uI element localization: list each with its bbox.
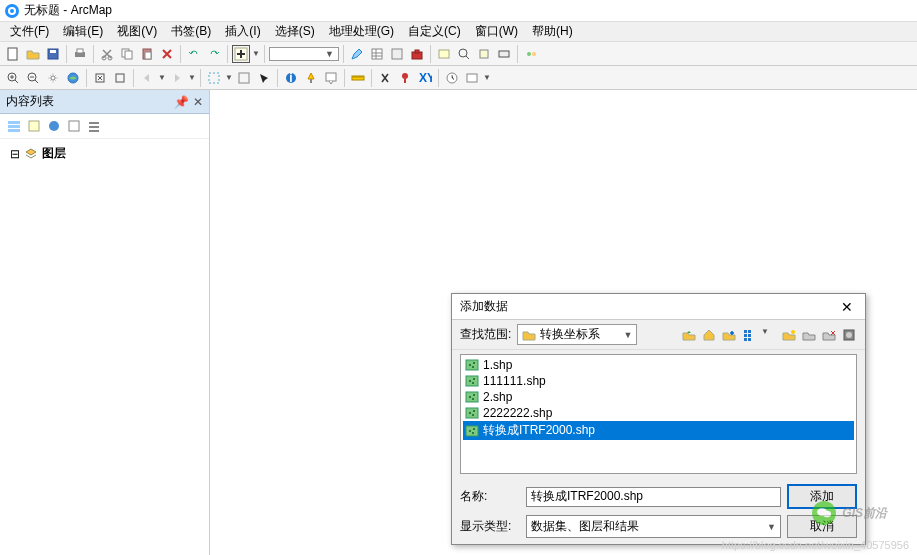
dialog-bottom: 名称: 添加 显示类型: 数据集、图层和结果 ▼ 取消 [452, 478, 865, 544]
menu-geoprocessing[interactable]: 地理处理(G) [323, 21, 400, 42]
delete-icon[interactable] [821, 327, 837, 343]
svg-rect-49 [89, 126, 99, 128]
editor-toolbar-icon[interactable] [348, 45, 366, 63]
back-icon[interactable] [138, 69, 156, 87]
list-by-visibility-icon[interactable] [46, 118, 62, 134]
svg-rect-72 [466, 408, 478, 418]
goto-xy-icon[interactable]: XY [416, 69, 434, 87]
forward-icon[interactable] [168, 69, 186, 87]
layers-icon [24, 147, 38, 161]
layers-root[interactable]: ⊟ 图层 [10, 145, 199, 162]
python-icon[interactable] [495, 45, 513, 63]
toolbar-standard: ▼ ▼ [0, 42, 917, 66]
toolbox-icon[interactable] [408, 45, 426, 63]
svg-point-46 [49, 121, 59, 131]
clear-selection-icon[interactable] [235, 69, 253, 87]
add-data-dropdown-icon[interactable]: ▼ [252, 49, 260, 58]
menu-view[interactable]: 视图(V) [111, 21, 163, 42]
svg-point-20 [459, 49, 467, 57]
menu-window[interactable]: 窗口(W) [469, 21, 524, 42]
name-input[interactable] [526, 487, 781, 507]
svg-point-73 [469, 412, 471, 414]
dropdown-icon[interactable]: ▼ [188, 73, 196, 82]
table-icon[interactable] [368, 45, 386, 63]
search-window-icon[interactable] [455, 45, 473, 63]
undo-icon[interactable] [185, 45, 203, 63]
delete-icon[interactable] [158, 45, 176, 63]
graph-icon[interactable] [388, 45, 406, 63]
toc-body: ⊟ 图层 [0, 139, 209, 168]
svg-point-27 [51, 76, 55, 80]
menu-help[interactable]: 帮助(H) [526, 21, 579, 42]
catalog-icon[interactable] [435, 45, 453, 63]
home-icon[interactable] [701, 327, 717, 343]
file-item[interactable]: 2.shp [463, 389, 854, 405]
hyperlink-icon[interactable] [302, 69, 320, 87]
list-view-icon[interactable] [741, 327, 757, 343]
file-item[interactable]: 1.shp [463, 357, 854, 373]
file-name: 2222222.shp [483, 406, 552, 420]
print-icon[interactable] [71, 45, 89, 63]
pan-icon[interactable] [44, 69, 62, 87]
svg-rect-50 [89, 130, 99, 132]
toolbar-separator [430, 45, 431, 63]
menu-file[interactable]: 文件(F) [4, 21, 55, 42]
create-viewer-icon[interactable] [463, 69, 481, 87]
menu-insert[interactable]: 插入(I) [219, 21, 266, 42]
scale-combo[interactable]: ▼ [269, 47, 339, 61]
save-icon[interactable] [44, 45, 62, 63]
close-panel-icon[interactable]: ✕ [193, 95, 203, 109]
copy-icon[interactable] [118, 45, 136, 63]
open-icon[interactable] [24, 45, 42, 63]
new-folder-icon[interactable] [781, 327, 797, 343]
zoom-out-icon[interactable] [24, 69, 42, 87]
find-route-icon[interactable] [396, 69, 414, 87]
identify-icon[interactable]: i [282, 69, 300, 87]
fixed-zoom-in-icon[interactable] [91, 69, 109, 87]
paste-icon[interactable] [138, 45, 156, 63]
file-item[interactable]: 111111.shp [463, 373, 854, 389]
list-by-drawing-icon[interactable] [6, 118, 22, 134]
find-icon[interactable] [376, 69, 394, 87]
dropdown-icon[interactable]: ▼ [158, 73, 166, 82]
toggle-contents-icon[interactable] [841, 327, 857, 343]
html-popup-icon[interactable] [322, 69, 340, 87]
new-icon[interactable] [4, 45, 22, 63]
pin-icon[interactable]: 📌 [174, 95, 189, 109]
type-combo[interactable]: 数据集、图层和结果 ▼ [526, 515, 781, 538]
menu-edit[interactable]: 编辑(E) [57, 21, 109, 42]
zoom-in-icon[interactable] [4, 69, 22, 87]
file-item[interactable]: 2222222.shp [463, 405, 854, 421]
toc-options-icon[interactable] [86, 118, 102, 134]
dropdown-icon[interactable]: ▼ [225, 73, 233, 82]
model-builder-icon[interactable] [522, 45, 540, 63]
shapefile-icon [465, 390, 479, 404]
fixed-zoom-out-icon[interactable] [111, 69, 129, 87]
select-elements-icon[interactable] [255, 69, 273, 87]
select-features-icon[interactable] [205, 69, 223, 87]
close-icon[interactable]: ✕ [837, 299, 857, 315]
add-data-icon[interactable] [232, 45, 250, 63]
dropdown-icon[interactable]: ▼ [483, 73, 491, 82]
list-by-selection-icon[interactable] [66, 118, 82, 134]
cut-icon[interactable] [98, 45, 116, 63]
redo-icon[interactable] [205, 45, 223, 63]
menu-bookmark[interactable]: 书签(B) [165, 21, 217, 42]
arc-toolbox-icon[interactable] [475, 45, 493, 63]
measure-icon[interactable] [349, 69, 367, 87]
look-in-combo[interactable]: 转换坐标系 ▼ [517, 324, 637, 345]
app-icon [4, 3, 20, 19]
file-list[interactable]: 1.shp111111.shp2.shp2222222.shp转换成ITRF20… [460, 354, 857, 474]
menu-select[interactable]: 选择(S) [269, 21, 321, 42]
file-item[interactable]: 转换成ITRF2000.shp [463, 421, 854, 440]
up-level-icon[interactable] [681, 327, 697, 343]
dropdown-icon[interactable]: ▼ [761, 327, 769, 343]
svg-rect-31 [209, 73, 219, 83]
menu-customize[interactable]: 自定义(C) [402, 21, 467, 42]
full-extent-icon[interactable] [64, 69, 82, 87]
disconnect-folder-icon[interactable] [801, 327, 817, 343]
list-by-source-icon[interactable] [26, 118, 42, 134]
time-slider-icon[interactable] [443, 69, 461, 87]
connect-folder-icon[interactable] [721, 327, 737, 343]
collapse-icon[interactable]: ⊟ [10, 147, 20, 161]
